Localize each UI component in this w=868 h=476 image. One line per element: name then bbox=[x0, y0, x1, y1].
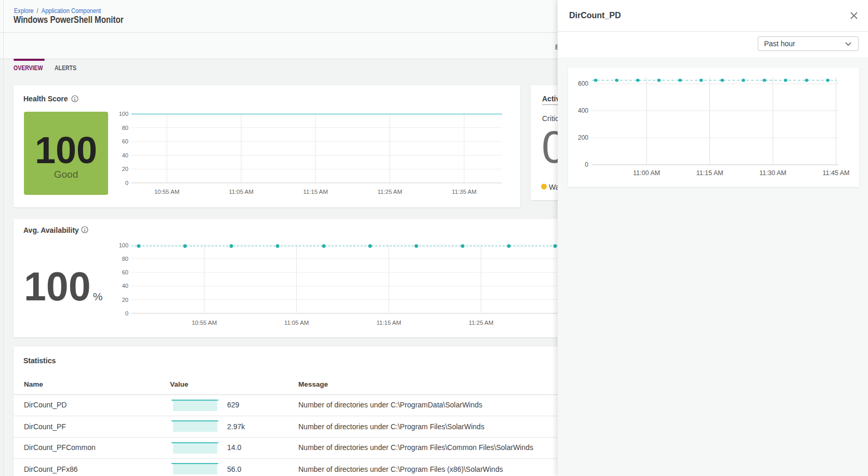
svg-text:100: 100 bbox=[119, 111, 128, 117]
svg-text:0: 0 bbox=[585, 161, 588, 168]
svg-text:40: 40 bbox=[122, 152, 128, 158]
svg-text:11:35 AM: 11:35 AM bbox=[452, 189, 477, 195]
svg-text:11:45 AM: 11:45 AM bbox=[823, 169, 850, 177]
svg-text:11:30 AM: 11:30 AM bbox=[759, 169, 786, 177]
svg-text:11:25 AM: 11:25 AM bbox=[377, 189, 402, 195]
svg-text:20: 20 bbox=[122, 297, 128, 303]
svg-text:60: 60 bbox=[122, 269, 128, 275]
svg-text:600: 600 bbox=[578, 80, 588, 87]
svg-text:100: 100 bbox=[119, 242, 128, 248]
svg-text:0: 0 bbox=[125, 180, 128, 186]
svg-text:80: 80 bbox=[122, 256, 128, 262]
svg-text:11:05 AM: 11:05 AM bbox=[284, 320, 309, 326]
svg-text:11:15 AM: 11:15 AM bbox=[303, 189, 328, 195]
svg-text:10:55 AM: 10:55 AM bbox=[192, 320, 217, 326]
svg-text:11:25 AM: 11:25 AM bbox=[469, 320, 494, 326]
svg-text:11:15 AM: 11:15 AM bbox=[696, 169, 724, 177]
svg-text:20: 20 bbox=[122, 166, 128, 172]
svg-text:11:00 AM: 11:00 AM bbox=[633, 169, 660, 177]
svg-text:10:55 AM: 10:55 AM bbox=[154, 189, 180, 195]
svg-text:60: 60 bbox=[122, 138, 128, 144]
svg-text:200: 200 bbox=[578, 134, 588, 141]
svg-text:40: 40 bbox=[122, 283, 128, 289]
svg-text:0: 0 bbox=[125, 310, 128, 316]
svg-text:11:05 AM: 11:05 AM bbox=[229, 189, 254, 195]
svg-text:400: 400 bbox=[578, 107, 588, 114]
svg-text:11:15 AM: 11:15 AM bbox=[376, 320, 401, 326]
svg-text:80: 80 bbox=[122, 125, 128, 131]
